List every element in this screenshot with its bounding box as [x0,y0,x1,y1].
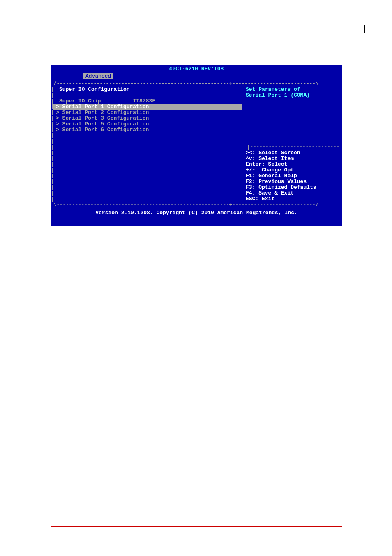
menu-serial-port-1[interactable]: > Serial Port 1 Configuration [53,104,242,110]
key-change-opt: +/-: Change Opt. [245,167,339,173]
bios-title: cPCI-6210 REV:T08 [51,65,342,73]
panel-heading: Super IO Configuration [53,87,242,91]
border-bottom: \---------------------------------------… [51,202,342,208]
bios-setup-screen: cPCI-6210 REV:T08 Advanced /------------… [51,65,342,226]
border-pipe: | [339,121,342,127]
help-text-line1: Set Parameters of [245,87,339,93]
chip-info: Super IO Chip IT8783F [53,98,242,104]
key-f2-previous: F2: Previous Values [245,179,339,185]
border-pipe: | [339,93,342,98]
border-pipe: | [339,196,342,202]
page-footer-divider [51,526,342,527]
border-pipe: | [339,127,342,133]
border-pipe: | [339,156,342,162]
border-mid: |----------------------------- [247,144,339,150]
key-enter-select: Enter: Select [245,162,339,167]
border-pipe: | [339,162,342,167]
border-top: /---------------------------------------… [51,81,342,87]
border-pipe: | [339,116,342,121]
menu-serial-port-2[interactable]: > Serial Port 2 Configuration [53,110,242,116]
border-pipe: | [339,87,342,93]
key-esc-exit: ESC: Exit [245,196,339,202]
border-pipe: | [339,104,342,110]
border-pipe: | [339,110,342,116]
footer-version: Version 2.10.1208. Copyright (C) 2010 Am… [51,208,342,218]
border-pipe: | [339,185,342,190]
border-pipe: | [339,167,342,173]
border-pipe: | [339,190,342,196]
border-pipe: | [339,144,342,150]
tab-advanced[interactable]: Advanced [83,73,113,79]
key-f1-help: F1: General Help [245,173,339,179]
key-select-item: ^v: Select Item [245,156,339,162]
key-select-screen: ><: Select Screen [245,150,339,156]
border-pipe: | [339,139,342,144]
border-pipe: | [339,133,342,139]
content-area: | Super IO Configuration | Set Parameter… [51,87,342,202]
tab-bar: Advanced [51,73,342,81]
menu-serial-port-3[interactable]: > Serial Port 3 Configuration [53,116,242,121]
border-pipe: | [339,179,342,185]
menu-serial-port-6[interactable]: > Serial Port 6 Configuration [53,127,242,133]
border-pipe: | [339,150,342,156]
key-f4-save: F4: Save & Exit [245,190,339,196]
key-f3-defaults: F3: Optimized Defaults [245,185,339,190]
border-pipe: | [339,98,342,104]
border-pipe: | [339,173,342,179]
text-cursor [364,25,365,33]
menu-serial-port-5[interactable]: > Serial Port 5 Configuration [53,121,242,127]
help-text-line2: Serial Port 1 (COMA) [245,93,339,98]
